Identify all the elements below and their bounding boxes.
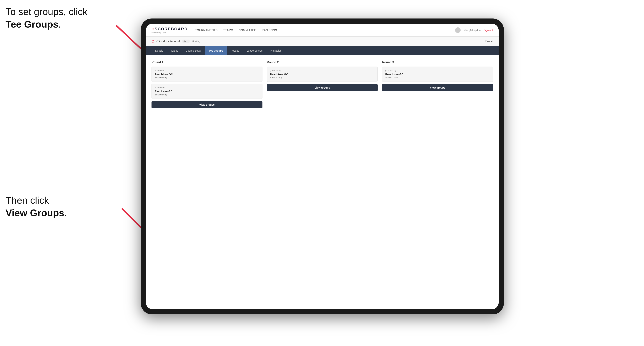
- round-1-course-a-card: (Course A) Peachtree GC Stroke Play: [152, 67, 262, 82]
- nav-tournaments[interactable]: TOURNAMENTS: [195, 28, 218, 32]
- cancel-button[interactable]: Cancel: [485, 40, 493, 43]
- sub-header-hosting: Hosting: [192, 40, 200, 43]
- round-1-course-a-label: (Course A): [155, 69, 259, 72]
- tab-teams[interactable]: Teams: [167, 46, 182, 55]
- rounds-container: Round 1 (Course A) Peachtree GC Stroke P…: [152, 61, 493, 108]
- round-2-course-a-label: (Course A): [270, 69, 375, 72]
- round-1-course-b-card: (Course B) East Lake GC Stroke Play: [152, 84, 262, 99]
- nav-links: TOURNAMENTS TEAMS COMMITTEE RANKINGS: [195, 28, 277, 32]
- logo-c-icon: C: [152, 27, 154, 31]
- round-3-course-a-name: Peachtree GC: [385, 73, 490, 76]
- instruction-top-punct: .: [58, 19, 61, 30]
- round-2-view-groups-button[interactable]: View groups: [267, 84, 378, 91]
- sub-header-c-icon: C: [152, 39, 154, 43]
- instruction-bottom-line2: View Groups: [6, 207, 64, 218]
- tab-bar: Details Teams Course Setup Tee Groups Re…: [146, 46, 498, 55]
- tab-printables[interactable]: Printables: [266, 46, 285, 55]
- sign-out-link[interactable]: Sign out: [484, 29, 493, 32]
- nav-teams[interactable]: TEAMS: [223, 28, 233, 32]
- round-1-course-b-label: (Course B): [155, 86, 259, 89]
- sub-header: C Clippd Invitational (M... Hosting Canc…: [146, 37, 498, 46]
- tablet-screen: C SCOREBOARD Powered by clippit TOURNAME…: [146, 24, 498, 309]
- main-content: Round 1 (Course A) Peachtree GC Stroke P…: [146, 55, 498, 309]
- instruction-top-line1: To set groups, click: [6, 6, 88, 17]
- round-1-view-groups-button[interactable]: View groups: [152, 101, 262, 108]
- sub-header-badge: (M...: [182, 40, 190, 43]
- user-avatar: [455, 27, 461, 33]
- round-2-course-a-name: Peachtree GC: [270, 73, 375, 76]
- logo-sub: Powered by clippit: [152, 31, 166, 33]
- round-3-view-groups-button[interactable]: View groups: [382, 84, 493, 91]
- logo-area: C SCOREBOARD Powered by clippit: [152, 27, 188, 33]
- instruction-top-line2: Tee Groups: [6, 19, 58, 30]
- round-3-title: Round 3: [382, 61, 493, 64]
- navbar-left: C SCOREBOARD Powered by clippit TOURNAME…: [152, 27, 277, 33]
- tab-course-setup[interactable]: Course Setup: [182, 46, 205, 55]
- round-1-course-a-name: Peachtree GC: [155, 73, 259, 76]
- tab-tee-groups[interactable]: Tee Groups: [205, 46, 227, 55]
- sub-header-title: Clippd Invitational: [156, 40, 180, 43]
- round-1-course-b-name: East Lake GC: [155, 90, 259, 93]
- nav-committee[interactable]: COMMITTEE: [239, 28, 256, 32]
- instruction-top: To set groups, click Tee Groups.: [6, 5, 88, 30]
- instruction-bottom-line1: Then click: [6, 195, 49, 206]
- tab-leaderboards[interactable]: Leaderboards: [243, 46, 266, 55]
- round-2-column: Round 2 (Course A) Peachtree GC Stroke P…: [267, 61, 378, 108]
- round-3-course-a-card: (Course A) Peachtree GC Stroke Play: [382, 67, 493, 82]
- round-1-course-b-format: Stroke Play: [155, 93, 259, 96]
- tablet-device: C SCOREBOARD Powered by clippit TOURNAME…: [141, 18, 504, 314]
- round-2-course-a-format: Stroke Play: [270, 76, 375, 79]
- round-2-course-a-card: (Course A) Peachtree GC Stroke Play: [267, 67, 378, 82]
- instruction-bottom: Then click View Groups.: [6, 194, 67, 219]
- nav-rankings[interactable]: RANKINGS: [262, 28, 277, 32]
- user-email: blair@clippd.io: [464, 29, 481, 32]
- round-2-title: Round 2: [267, 61, 378, 64]
- round-1-title: Round 1: [152, 61, 262, 64]
- navbar-right: blair@clippd.io Sign out: [455, 27, 493, 33]
- round-3-course-a-format: Stroke Play: [385, 76, 490, 79]
- round-1-column: Round 1 (Course A) Peachtree GC Stroke P…: [152, 61, 262, 108]
- tab-results[interactable]: Results: [227, 46, 243, 55]
- instruction-bottom-punct: .: [64, 207, 67, 218]
- navbar: C SCOREBOARD Powered by clippit TOURNAME…: [146, 24, 498, 37]
- round-1-course-a-format: Stroke Play: [155, 76, 259, 79]
- tab-details[interactable]: Details: [152, 46, 167, 55]
- round-3-column: Round 3 (Course A) Peachtree GC Stroke P…: [382, 61, 493, 108]
- logo-text: SCOREBOARD: [154, 27, 188, 31]
- sub-header-left: C Clippd Invitational (M... Hosting: [152, 39, 200, 43]
- round-3-course-a-label: (Course A): [385, 69, 490, 72]
